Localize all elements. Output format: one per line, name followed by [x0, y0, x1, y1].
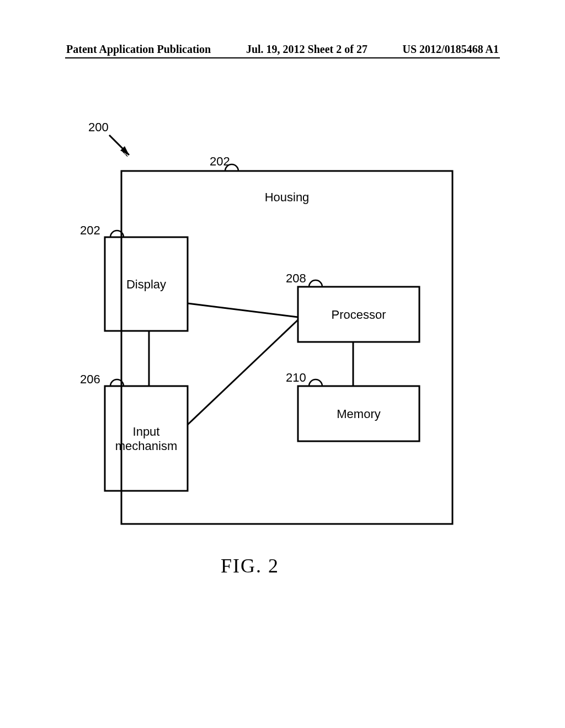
label-input-mechanism: Input mechanism: [108, 425, 185, 453]
ref-206: 206: [80, 372, 100, 387]
figure-caption: FIG. 2: [221, 554, 279, 577]
svg-rect-0: [121, 171, 452, 524]
ref-210: 210: [286, 371, 306, 385]
ref-200: 200: [88, 120, 109, 135]
label-processor: Processor: [298, 308, 419, 322]
svg-line-7: [188, 320, 298, 425]
label-housing: Housing: [237, 190, 337, 205]
figure-2-svg: [0, 0, 565, 728]
page: Patent Application Publication Jul. 19, …: [0, 0, 565, 728]
label-memory: Memory: [298, 407, 419, 421]
ref-202-top: 202: [210, 154, 230, 169]
label-display: Display: [108, 277, 185, 292]
ref-208: 208: [286, 271, 306, 286]
svg-line-6: [188, 303, 298, 317]
ref-202-left: 202: [80, 223, 100, 238]
